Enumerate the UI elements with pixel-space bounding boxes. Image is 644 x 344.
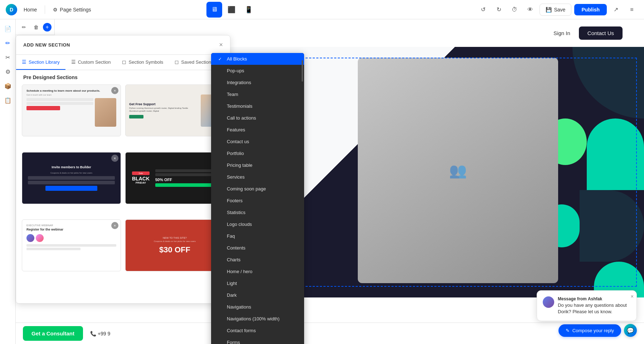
dropdown-item-integrations[interactable]: Integrations [211,77,304,88]
dropdown-item-logo-clouds[interactable]: Logo clouds [211,218,304,230]
tab-saved-sections-label: Saved Sections [181,59,213,65]
dropdown-item-services[interactable]: Services [211,171,304,183]
dropdown-item-portfolio[interactable]: Portfolio [211,147,304,159]
save-btn[interactable]: 💾 Save [540,4,571,16]
thumb-avatar2 [36,234,44,242]
sign-in-link[interactable]: Sign In [553,30,570,36]
thumb-black-friday[interactable]: × Sale BLACK FRIDAY 50% OFF [125,152,224,204]
dropdown-item-forms[interactable]: Forms [211,336,304,344]
dropdown-item-statistics[interactable]: Statistics [211,207,304,218]
desktop-view-btn[interactable]: 🖥 [206,2,222,18]
home-nav[interactable]: Home [20,5,40,15]
history-btn[interactable]: ⏱ [508,3,521,16]
preview-btn[interactable]: 👁 [524,3,537,16]
thumb-avatar1 [26,234,34,242]
sidebar-layers-icon[interactable]: 📦 [1,79,14,92]
compose-reply-btn[interactable]: ✎ Compose your reply [558,324,621,337]
thumb-meeting-close[interactable]: × [111,87,118,94]
contact-us-btn[interactable]: Contact Us [579,26,623,40]
dropdown-item-navigations[interactable]: Navigations [211,301,304,313]
thumb-support[interactable]: × Get Free Support Python running Alumin… [125,84,224,136]
device-switcher: 🖥 ⬛ 📱 [206,2,257,18]
save-label: Save [554,7,565,13]
dropdown-item-features[interactable]: Features [211,124,304,136]
dropdown-item-light[interactable]: Light [211,277,304,289]
more-btn[interactable]: ≡ [625,3,638,16]
undo-btn[interactable]: ↺ [477,3,489,16]
statistics-label: Statistics [227,210,245,215]
dropdown-item-call-to-actions[interactable]: Call to actions [211,112,304,124]
publish-btn[interactable]: Publish [574,4,607,15]
dropdown-item-charts[interactable]: Charts [211,254,304,266]
chat-from: Message from Ashfak [558,296,631,301]
dropdown-item-contents[interactable]: Contents [211,242,304,254]
logo-clouds-label: Logo clouds [227,222,252,227]
add-section-panel: ADD NEW SECTION × ☰ Section Library ☰ Cu… [16,35,230,304]
page-settings-icon: ⚙ [53,7,58,13]
toolbar-add-btn[interactable]: + [43,23,52,32]
open-btn[interactable]: ↗ [610,3,623,16]
panel-close-btn[interactable]: × [219,41,223,49]
page-settings-nav[interactable]: ⚙ Page Settings [49,5,94,15]
thumb-invite-title: Invite members to Builder [52,165,91,169]
tab-section-library[interactable]: ☰ Section Library [16,55,65,70]
tab-section-library-label: Section Library [29,59,60,65]
chat-close-btn[interactable]: × [631,294,634,299]
pricing-table-label: Pricing table [227,163,253,168]
toolbar-delete-btn[interactable]: 🗑 [31,22,42,33]
thumb-invite[interactable]: × Invite members to Builder Coupons & de… [22,152,121,204]
call-to-actions-label: Call to actions [227,115,256,121]
dropdown-item-all-blocks[interactable]: ✓ All Blocks [211,53,304,65]
dropdown-item-navigations-full[interactable]: Navigations (100% width) [211,313,304,325]
chat-content: Message from Ashfak Do you have any ques… [558,296,631,315]
tablet-view-btn[interactable]: ⬛ [224,2,239,18]
consultant-btn[interactable]: Get a Consultant [23,326,83,341]
dropdown-item-coming-soon[interactable]: Coming soon page [211,183,304,195]
dropdown-item-dark[interactable]: Dark [211,289,304,301]
dropdown-item-footers[interactable]: Footers [211,195,304,207]
thumb-webinar[interactable]: × Executive Webinar Register for the web… [22,219,121,271]
chat-launcher-btn[interactable]: 💬 [624,324,637,337]
dropdown-scrollbar[interactable] [302,60,303,82]
thumb-invite-close[interactable]: × [111,155,118,162]
shape-dark-corner [572,47,644,118]
redo-btn[interactable]: ↻ [492,3,505,16]
panel-tabs: ☰ Section Library ☰ Custom Section ◻ Sec… [16,55,230,70]
faq-label: Faq [227,233,235,239]
mobile-view-btn[interactable]: 📱 [241,2,257,18]
dropdown-item-contact-us[interactable]: Contact us [211,136,304,147]
predesigned-label: Pre Designed Sections [16,70,230,84]
sidebar-cms-icon[interactable]: 📋 [1,94,14,107]
toolbar-edit-btn[interactable]: ✏ [19,22,29,33]
dropdown-item-pop-ups[interactable]: Pop-ups [211,65,304,77]
thumb-friday-label: FRIDAY [132,181,150,184]
dropdown-item-home-hero[interactable]: Home / hero [211,266,304,277]
dropdown-item-faq[interactable]: Faq [211,230,304,242]
dropdown-item-pricing-table[interactable]: Pricing table [211,159,304,171]
thumb-support-title: Get Free Support [129,102,198,106]
sidebar-components-icon[interactable]: ✂ [1,51,14,64]
contact-us-dd-label: Contact us [227,139,249,144]
sidebar-pages-icon[interactable]: 📄 [1,22,14,35]
thumb-new-site[interactable]: NEW TO THIS SITE? Coupons & deals on hot… [125,219,224,271]
sidebar-settings-icon[interactable]: ⚙ [1,65,14,78]
sidebar-edit-icon[interactable]: ✏ [1,37,14,49]
dark-label: Dark [227,292,236,298]
chat-avatar [543,296,554,308]
tab-custom-section[interactable]: ☰ Custom Section [65,55,117,70]
shape-teal-pill [587,118,644,190]
dropdown-item-team[interactable]: Team [211,88,304,100]
thumb-webinar-title: Register for the webinar [26,228,116,231]
panel-title: ADD NEW SECTION [23,42,70,48]
tab-section-symbols[interactable]: ◻ Section Symbols [116,55,169,70]
thumb-webinar-tag: Executive Webinar [26,224,116,227]
dropdown-item-testimonials[interactable]: Testimonials [211,100,304,112]
dropdown-item-contact-forms[interactable]: Contact forms [211,325,304,336]
website-nav-links: Sign In Contact Us [553,26,623,40]
thumb-meeting[interactable]: × Schedule a meeting to learn more about… [22,84,121,136]
section-toolbar: ✏ 🗑 + [16,19,55,35]
nav-actions: ↺ ↻ ⏱ 👁 💾 Save Publish ↗ ≡ [477,3,638,16]
custom-section-icon: ☰ [71,59,76,65]
navigations-full-label: Navigations (100% width) [227,316,279,321]
logo[interactable]: D [6,4,17,15]
